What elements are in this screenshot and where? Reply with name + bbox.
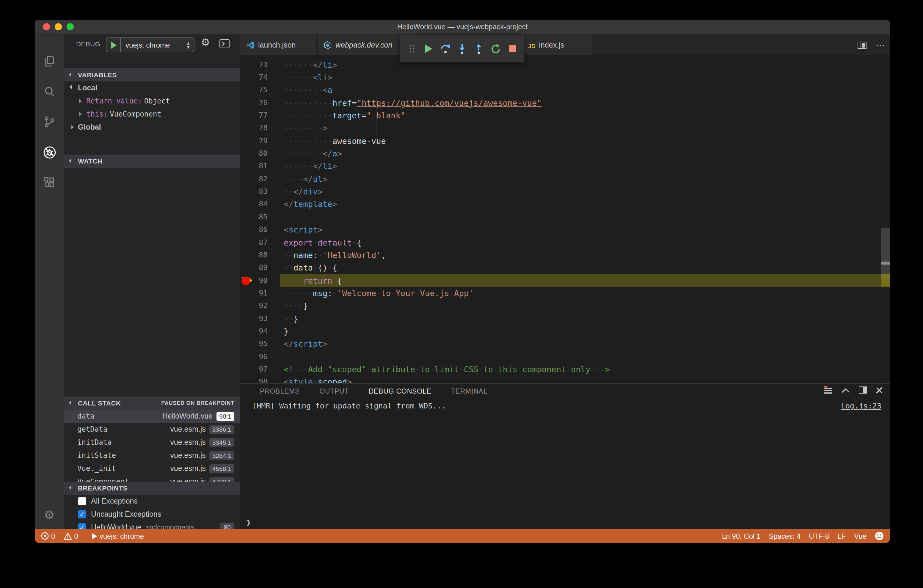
debug-sidebar: DEBUG vuejs: chrome ▲▼ ⚙ VARIABLES bbox=[64, 34, 240, 529]
code-line[interactable]: 79··········awesome-vue bbox=[240, 134, 890, 147]
call-stack-frame[interactable]: getDatavue.esm.js3386:1 bbox=[64, 423, 240, 436]
call-stack-frame[interactable]: Vue._initvue.esm.js4558:1 bbox=[64, 462, 240, 475]
launch-configuration-dropdown[interactable]: vuejs: chrome ▲▼ bbox=[106, 38, 194, 52]
line-number: 80 bbox=[240, 147, 268, 160]
code-line[interactable]: 92····} bbox=[240, 299, 890, 312]
tab-launch.json[interactable]: launch.json bbox=[240, 34, 317, 55]
call-stack-frame[interactable]: VueComponentvue.esm.js4700:1 bbox=[64, 475, 240, 481]
debug-icon[interactable] bbox=[35, 140, 64, 164]
step-over-button[interactable] bbox=[440, 43, 451, 54]
code-line[interactable]: 89··data·()·{ bbox=[240, 261, 890, 274]
start-debug-icon[interactable] bbox=[111, 41, 117, 48]
warnings-status[interactable]: 0 bbox=[63, 532, 78, 540]
breakpoint-icon[interactable] bbox=[241, 276, 250, 286]
code-line[interactable]: 82····</ul> bbox=[240, 172, 890, 186]
code-line[interactable]: 75········<a bbox=[240, 84, 890, 97]
code-line[interactable]: 93··} bbox=[240, 312, 890, 325]
debug-console-toggle-icon[interactable] bbox=[220, 39, 230, 48]
close-panel-icon[interactable] bbox=[876, 387, 882, 393]
code-editor[interactable]: 72········</a>73······</li>74······<li>7… bbox=[240, 55, 890, 383]
variable-row[interactable]: this: VueComponent bbox=[64, 108, 240, 121]
open-panel-right-icon[interactable] bbox=[859, 386, 867, 394]
activity-bar: ⚙ bbox=[35, 34, 64, 529]
vscode-file-icon bbox=[246, 41, 255, 49]
breakpoint-row[interactable]: ✓HelloWorld.vuesrc/components90 bbox=[64, 521, 240, 529]
title-bar[interactable]: HelloWorld.vue — vuejs-webpack-project bbox=[35, 20, 890, 34]
continue-button[interactable] bbox=[423, 43, 434, 54]
code-line[interactable]: 83··</div> bbox=[240, 185, 890, 198]
editor-scrollbar[interactable] bbox=[881, 55, 890, 383]
code-line[interactable]: 81······</li> bbox=[240, 159, 890, 173]
code-line[interactable]: 97<!--·Add·"scoped"·attribute·to·limit·C… bbox=[240, 363, 890, 376]
code-line[interactable]: 84</template> bbox=[240, 198, 890, 211]
code-line[interactable]: 87export·default·{ bbox=[240, 236, 890, 249]
code-line[interactable]: 98<style·scoped> bbox=[240, 375, 890, 383]
panel-tab-debug-console[interactable]: DEBUG CONSOLE bbox=[369, 383, 432, 399]
watch-section-header[interactable]: WATCH bbox=[64, 154, 240, 168]
variables-scope-row[interactable]: Local bbox=[64, 81, 240, 95]
split-editor-icon[interactable] bbox=[857, 41, 867, 48]
code-line[interactable]: 91······msg:·'Welcome·to·Your·Vue.js·App… bbox=[240, 287, 890, 300]
code-line[interactable]: 80········</a> bbox=[240, 147, 890, 160]
status-item-vue[interactable]: Vue bbox=[854, 532, 867, 540]
code-line[interactable]: 88··name:·'HelloWorld', bbox=[240, 248, 890, 261]
line-number: 73 bbox=[240, 58, 268, 71]
breakpoint-checkbox[interactable]: ✓ bbox=[78, 510, 86, 519]
tab-index.js[interactable]: JSindex.js bbox=[522, 34, 592, 55]
breakpoint-row[interactable]: All Exceptions bbox=[64, 494, 240, 508]
variables-section-header[interactable]: VARIABLES bbox=[64, 68, 240, 81]
feedback-smiley-icon[interactable] bbox=[875, 532, 884, 540]
extensions-icon[interactable] bbox=[35, 171, 64, 194]
code-line[interactable]: 96 bbox=[240, 350, 890, 363]
settings-gear-icon[interactable]: ⚙ bbox=[35, 503, 64, 527]
panel-tab-terminal[interactable]: TERMINAL bbox=[451, 383, 488, 399]
code-line[interactable]: 73······</li> bbox=[240, 58, 890, 71]
breakpoint-row[interactable]: ✓Uncaught Exceptions bbox=[64, 508, 240, 521]
line-number: 89 bbox=[240, 261, 268, 274]
status-item-lf[interactable]: LF bbox=[838, 532, 846, 540]
code-line[interactable]: 85 bbox=[240, 210, 890, 223]
search-icon[interactable] bbox=[35, 80, 64, 103]
panel-tab-problems[interactable]: PROBLEMS bbox=[260, 383, 300, 399]
status-item-ln-90-col-1[interactable]: Ln 90, Col 1 bbox=[722, 532, 760, 540]
code-line[interactable]: 95</script> bbox=[240, 337, 890, 350]
source-control-icon[interactable] bbox=[35, 110, 64, 134]
breakpoints-section-header[interactable]: BREAKPOINTS bbox=[64, 481, 240, 494]
variables-scope-row[interactable]: Global bbox=[64, 121, 240, 134]
call-stack-frame[interactable]: initDatavue.esm.js3345:1 bbox=[64, 436, 240, 449]
stop-button[interactable] bbox=[507, 43, 518, 54]
step-into-button[interactable] bbox=[457, 43, 468, 54]
call-stack-frame[interactable]: initStatevue.esm.js3284:1 bbox=[64, 449, 240, 462]
code-line[interactable]: 76··········href="https://github.com/vue… bbox=[240, 96, 890, 109]
problems-status[interactable]: 0 bbox=[41, 532, 55, 540]
code-line[interactable]: 90····return·{ bbox=[240, 274, 890, 287]
call-stack-frame[interactable]: dataHelloWorld.vue90:1 bbox=[64, 410, 240, 423]
code-line[interactable]: 77··········target="_blank" bbox=[240, 109, 890, 122]
restart-button[interactable] bbox=[490, 43, 501, 54]
status-item-spaces-4[interactable]: Spaces: 4 bbox=[769, 532, 800, 540]
explorer-icon[interactable] bbox=[35, 49, 64, 73]
variable-row[interactable]: Return value: Object bbox=[64, 95, 240, 108]
code-line[interactable]: 94} bbox=[240, 325, 890, 338]
breakpoint-checkbox[interactable]: ✓ bbox=[78, 523, 86, 529]
call-stack-section-header[interactable]: CALL STACK PAUSED ON BREAKPOINT bbox=[64, 397, 240, 410]
console-input-prompt[interactable]: ❯ bbox=[246, 518, 251, 527]
more-actions-icon[interactable]: ⋯ bbox=[876, 42, 885, 48]
configure-gear-icon[interactable]: ⚙ bbox=[201, 36, 210, 49]
code-line[interactable]: 86<script> bbox=[240, 223, 890, 236]
console-source-link[interactable]: log.js:23 bbox=[841, 399, 882, 412]
panel-tab-output[interactable]: OUTPUT bbox=[319, 383, 349, 399]
step-out-button[interactable] bbox=[474, 43, 484, 54]
panel-tab-bar: PROBLEMSOUTPUTDEBUG CONSOLETERMINAL bbox=[260, 383, 487, 399]
breakpoint-checkbox[interactable] bbox=[78, 497, 86, 505]
workbench: ⚙ DEBUG vuejs: chrome ▲▼ ⚙ bbox=[35, 34, 890, 529]
maximize-panel-icon[interactable] bbox=[841, 388, 850, 393]
code-line[interactable]: 78········> bbox=[240, 122, 890, 135]
status-item-utf-8[interactable]: UTF-8 bbox=[809, 532, 829, 540]
active-debug-session[interactable]: vuejs: chrome bbox=[92, 532, 144, 540]
line-number: 94 bbox=[240, 325, 268, 338]
line-number: 77 bbox=[240, 109, 268, 122]
scrollbar-slider[interactable] bbox=[881, 228, 890, 279]
clear-console-icon[interactable] bbox=[823, 386, 833, 394]
code-line[interactable]: 74······<li> bbox=[240, 71, 890, 84]
